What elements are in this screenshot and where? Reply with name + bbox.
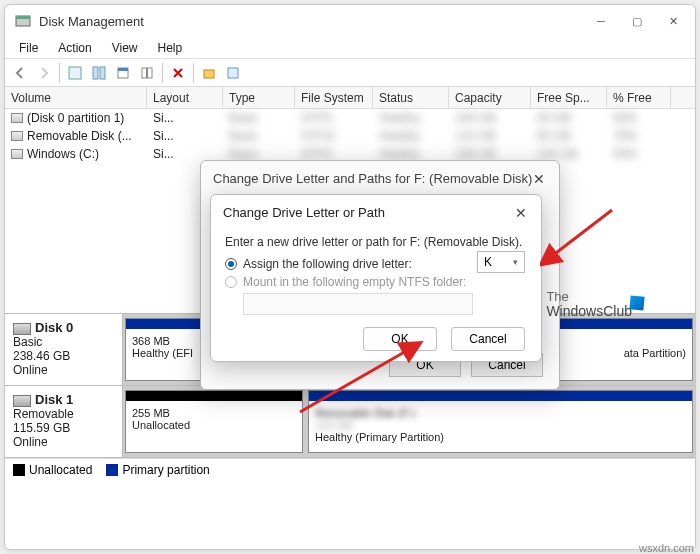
toolbar-icon[interactable] (64, 62, 86, 84)
legend-unallocated-swatch (13, 464, 25, 476)
partition-size: 255 MB (132, 407, 170, 419)
watermark-icon (629, 295, 644, 310)
drive-letter-select[interactable]: K ▾ (477, 251, 525, 273)
menu-view[interactable]: View (104, 41, 146, 55)
disk-size: 115.59 GB (13, 421, 70, 435)
ok-button[interactable]: OK (363, 327, 437, 351)
close-icon[interactable]: ✕ (527, 167, 551, 191)
disk-info: Disk 0 Basic 238.46 GB Online (5, 314, 123, 385)
legend-unallocated-label: Unallocated (29, 463, 92, 477)
disk-info: Disk 1 Removable 115.59 GB Online (5, 386, 123, 457)
col-type[interactable]: Type (223, 87, 295, 108)
svg-rect-2 (69, 67, 81, 79)
app-icon (15, 13, 31, 29)
disk-row: Disk 1 Removable 115.59 GB Online 255 MB… (5, 386, 695, 458)
partition-status: Unallocated (132, 419, 190, 431)
svg-rect-4 (100, 67, 105, 79)
dialog-title: Change Drive Letter and Paths for F: (Re… (201, 161, 559, 195)
disk-icon (13, 395, 31, 407)
back-button[interactable] (9, 62, 31, 84)
menu-action[interactable]: Action (50, 41, 99, 55)
maximize-button[interactable]: ▢ (619, 5, 655, 37)
volume-layout: Si... (147, 109, 223, 127)
watermark: The WindowsClub (546, 290, 632, 320)
radio-selected-icon (225, 258, 237, 270)
svg-rect-10 (228, 68, 238, 78)
col-freespace[interactable]: Free Sp... (531, 87, 607, 108)
disk-type: Removable (13, 407, 74, 421)
legend: Unallocated Primary partition (5, 458, 695, 480)
forward-button[interactable] (33, 62, 55, 84)
col-volume[interactable]: Volume (5, 87, 147, 108)
mount-folder-radio[interactable]: Mount in the following empty NTFS folder… (225, 275, 527, 289)
cancel-button[interactable]: Cancel (451, 327, 525, 351)
volume-row[interactable]: (Disk 0 partition 1) Si... BasicNTFSHeal… (5, 109, 695, 127)
disk-type: Basic (13, 335, 42, 349)
dialog-instruction: Enter a new drive letter or path for F: … (225, 235, 527, 249)
volume-list-header: Volume Layout Type File System Status Ca… (5, 87, 695, 109)
delete-button[interactable] (167, 62, 189, 84)
col-layout[interactable]: Layout (147, 87, 223, 108)
disk-icon (13, 323, 31, 335)
partition[interactable]: 255 MBUnallocated (125, 390, 303, 453)
volume-icon (11, 131, 23, 141)
partition-status: Healthy (EFI (132, 347, 193, 359)
disk-size: 238.46 GB (13, 349, 70, 363)
radio-unselected-icon (225, 276, 237, 288)
partition-status: Healthy (Primary Partition) (315, 431, 444, 443)
volume-row[interactable]: Removable Disk (... Si... BasicFAT32Heal… (5, 127, 695, 145)
volume-name: Windows (C:) (27, 147, 99, 161)
col-status[interactable]: Status (373, 87, 449, 108)
disk-status: Online (13, 435, 48, 449)
svg-rect-6 (118, 68, 128, 71)
partition[interactable]: Removable Disk (F:)115 GBHealthy (Primar… (308, 390, 693, 453)
menu-help[interactable]: Help (150, 41, 191, 55)
close-icon[interactable]: ✕ (509, 201, 533, 225)
legend-primary-label: Primary partition (122, 463, 209, 477)
col-pctfree[interactable]: % Free (607, 87, 671, 108)
volume-name: (Disk 0 partition 1) (27, 111, 124, 125)
disk-label: Disk 1 (35, 392, 73, 407)
svg-rect-3 (93, 67, 98, 79)
dialog-title: Change Drive Letter or Path (211, 195, 541, 229)
svg-rect-1 (16, 16, 30, 19)
partition-status: ata Partition) (624, 347, 686, 359)
titlebar: Disk Management ─ ▢ ✕ (5, 5, 695, 37)
volume-layout: Si... (147, 127, 223, 145)
col-filesystem[interactable]: File System (295, 87, 373, 108)
assign-letter-label: Assign the following drive letter: (243, 257, 412, 271)
volume-list: (Disk 0 partition 1) Si... BasicNTFSHeal… (5, 109, 695, 165)
partition-size: 368 MB (132, 335, 170, 347)
col-capacity[interactable]: Capacity (449, 87, 531, 108)
ntfs-folder-input (243, 293, 473, 315)
svg-rect-8 (146, 68, 148, 78)
volume-name: Removable Disk (... (27, 129, 132, 143)
footer-watermark: wsxdn.com (639, 542, 694, 554)
volume-icon (11, 113, 23, 123)
properties-button[interactable] (112, 62, 134, 84)
window-title: Disk Management (39, 14, 583, 29)
toolbar (5, 59, 695, 87)
disk-label: Disk 0 (35, 320, 73, 335)
svg-rect-9 (204, 70, 214, 78)
mount-folder-label: Mount in the following empty NTFS folder… (243, 275, 466, 289)
legend-primary-swatch (106, 464, 118, 476)
help-button[interactable] (222, 62, 244, 84)
toolbar-icon-3[interactable] (198, 62, 220, 84)
minimize-button[interactable]: ─ (583, 5, 619, 37)
toolbar-icon-2[interactable] (136, 62, 158, 84)
chevron-down-icon: ▾ (513, 257, 518, 267)
volume-icon (11, 149, 23, 159)
partition-title: Removable Disk (F:) (315, 407, 415, 419)
menubar: File Action View Help (5, 37, 695, 59)
disk-status: Online (13, 363, 48, 377)
refresh-button[interactable] (88, 62, 110, 84)
menu-file[interactable]: File (11, 41, 46, 55)
change-drive-letter-dialog: Change Drive Letter or Path ✕ Enter a ne… (210, 194, 542, 362)
close-button[interactable]: ✕ (655, 5, 691, 37)
drive-letter-value: K (484, 255, 492, 269)
